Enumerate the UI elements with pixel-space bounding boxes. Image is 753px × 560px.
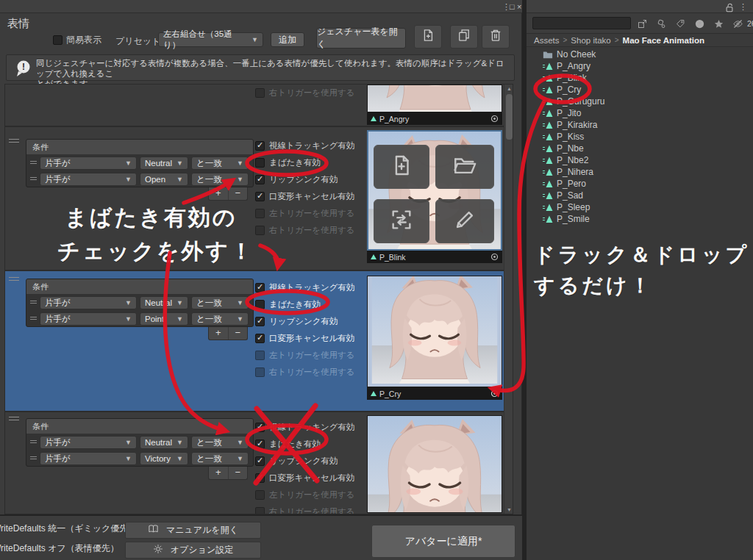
match-select[interactable]: と一致▼ [191,452,249,465]
window-menu-icon[interactable]: ⋮ [739,1,747,12]
match-select[interactable]: と一致▼ [191,296,249,309]
match-select[interactable]: と一致▼ [191,312,249,326]
eye-tracking-checkbox[interactable]: 視線トラッキング有効 [255,422,355,433]
blink-checkbox[interactable]: まばたき有効 [255,157,321,168]
remove-condition-button[interactable]: − [228,467,248,479]
animation-object-field[interactable]: P_Angry [367,112,502,125]
blink-checkbox[interactable]: まばたき有効 [255,439,321,450]
list-item[interactable]: P_Guruguru [527,96,753,107]
remove-condition-button[interactable]: − [228,327,248,340]
writedefaults-option-1[interactable]: WriteDefaults 統一（ギミック優先） [0,523,137,535]
match-select[interactable]: と一致▼ [191,436,249,449]
condition-drag-handle[interactable] [30,161,37,164]
hand-select[interactable]: 片手が▼ [40,436,137,449]
gesture-select[interactable]: Neutral▼ [140,296,188,309]
open-animation-button[interactable] [435,145,494,189]
condition-drag-handle[interactable] [30,317,37,320]
edit-animation-button[interactable] [435,199,494,243]
expression-row-victory[interactable]: 条件 片手が▼ Neutral▼ と一致▼ 片手が▼ Victory▼ と一致▼ [5,412,504,514]
scrollbar-thumb[interactable] [506,94,513,140]
list-item[interactable]: P_Kiss [527,131,753,143]
match-select[interactable]: と一致▼ [191,157,249,170]
list-item[interactable]: P_Nbe2 [527,154,753,166]
row-drag-handle[interactable] [9,277,19,281]
list-item[interactable]: P_Smile [527,213,753,225]
lipsync-checkbox[interactable]: リップシンク有効 [255,456,338,467]
object-picker-icon[interactable] [490,112,499,126]
mouth-cancel-checkbox[interactable]: 口変形キャンセル有効 [255,333,354,344]
list-item[interactable]: P_Blink [527,72,753,84]
options-button[interactable]: オプション設定 [125,542,261,559]
open-gesture-table-button[interactable]: ジェスチャー表を開く [316,28,406,49]
eye-tracking-checkbox[interactable]: 視線トラッキング有効 [255,140,355,151]
add-button[interactable]: 追加 [271,32,304,47]
row-drag-handle[interactable] [9,139,19,143]
breadcrumb-shop-itako[interactable]: Shop itako [571,36,610,45]
list-item[interactable]: P_Sad [527,190,753,201]
swap-animation-button[interactable] [374,199,429,243]
breadcrumb-assets[interactable]: Assets [534,36,560,45]
mouth-cancel-checkbox[interactable]: 口変形キャンセル有効 [255,473,354,484]
gesture-select[interactable]: Open▼ [140,173,188,186]
list-item[interactable]: P_Sleep [527,201,753,213]
animation-object-field[interactable]: P_Blink [367,251,502,263]
remove-condition-button[interactable]: − [228,187,248,200]
condition-drag-handle[interactable] [30,301,37,304]
condition-drag-handle[interactable] [30,177,37,180]
list-item[interactable]: No Cheek [527,49,753,60]
vertical-scrollbar[interactable]: ▲ ▼ [504,85,513,514]
checkbox[interactable] [53,35,63,45]
condition-drag-handle[interactable] [30,456,37,459]
match-select[interactable]: と一致▼ [191,173,249,186]
maximize-icon[interactable]: □ [510,1,515,12]
search-by-label-icon[interactable] [672,16,688,31]
row-drag-handle[interactable] [9,417,19,420]
add-condition-button[interactable]: + [209,327,228,340]
lipsync-checkbox[interactable]: リップシンク有効 [255,316,338,327]
hand-select[interactable]: 片手が▼ [40,312,137,326]
list-item[interactable]: P_Angry [527,60,753,72]
list-item[interactable]: P_Kirakira [527,119,753,131]
add-condition-button[interactable]: + [209,467,228,479]
duplicate-button[interactable] [450,25,478,49]
gesture-select[interactable]: Point▼ [140,312,188,326]
mouth-cancel-checkbox[interactable]: 口変形キャンセル有効 [255,191,354,202]
object-picker-icon[interactable] [490,387,499,401]
open-in-window-icon[interactable] [634,16,650,31]
preset-dropdown[interactable]: 左右組合せ（35通り） ▼ [158,32,263,47]
hidden-objects-eye-icon[interactable] [729,16,746,31]
list-item[interactable]: P_Jito [527,107,753,119]
hand-select[interactable]: 片手が▼ [40,157,137,170]
lipsync-checkbox[interactable]: リップシンク有効 [255,174,338,185]
apply-to-avatar-button[interactable]: アバターに適用* [371,525,515,558]
new-animation-button[interactable] [374,145,429,189]
breadcrumb-current-folder[interactable]: Mao Face Animation [623,36,704,45]
add-condition-button[interactable]: + [209,187,228,200]
hand-select[interactable]: 片手が▼ [40,452,137,465]
condition-drag-handle[interactable] [30,440,37,443]
scroll-down-icon[interactable]: ▼ [504,507,513,512]
animation-object-field[interactable]: P_Cry [367,387,502,400]
hand-select[interactable]: 片手が▼ [40,296,137,309]
alert-filter-icon[interactable]: ! [691,16,707,31]
object-picker-icon[interactable] [490,251,499,264]
blink-checkbox[interactable]: まばたき有効 [255,299,321,310]
gesture-select[interactable]: Neutral▼ [140,436,188,449]
new-expression-button[interactable] [414,25,442,49]
scroll-up-icon[interactable]: ▲ [504,86,513,91]
search-input[interactable] [532,17,631,29]
eye-tracking-checkbox[interactable]: 視線トラッキング有効 [255,282,355,293]
list-item[interactable]: P_Pero [527,178,753,190]
gesture-select[interactable]: Neutral▼ [140,157,188,170]
list-item[interactable]: P_Nbe [527,143,753,154]
search-by-type-icon[interactable] [653,16,669,31]
gesture-select[interactable]: Victory▼ [140,452,188,465]
writedefaults-option-2[interactable]: WriteDefaults オフ（表情優先） [0,542,119,555]
list-item[interactable]: P_Nihera [527,166,753,178]
simple-view-checkbox[interactable]: 簡易表示 [53,34,101,46]
list-item[interactable]: P_Cry [527,84,753,96]
expression-row-angry[interactable]: 右トリガーを使用する P_Angry [5,85,504,126]
open-manual-button[interactable]: マニュアルを開く [125,522,261,539]
hand-select[interactable]: 片手が▼ [40,173,137,186]
delete-button[interactable] [482,25,510,49]
